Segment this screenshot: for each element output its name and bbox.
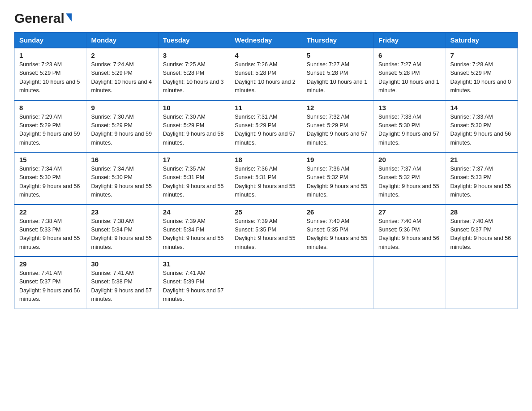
day-info: Sunrise: 7:36 AMSunset: 5:31 PMDaylight:… bbox=[235, 165, 297, 200]
day-number: 2 bbox=[91, 51, 153, 59]
page-header: General bbox=[14, 11, 518, 24]
calendar-cell: 15 Sunrise: 7:34 AMSunset: 5:30 PMDaylig… bbox=[15, 152, 86, 205]
calendar-cell bbox=[374, 257, 446, 308]
day-number: 21 bbox=[450, 156, 513, 163]
day-number: 15 bbox=[19, 156, 82, 163]
week-row-3: 15 Sunrise: 7:34 AMSunset: 5:30 PMDaylig… bbox=[15, 152, 518, 205]
day-info: Sunrise: 7:26 AMSunset: 5:28 PMDaylight:… bbox=[235, 60, 297, 95]
day-info: Sunrise: 7:39 AMSunset: 5:34 PMDaylight:… bbox=[163, 217, 225, 252]
day-info: Sunrise: 7:41 AMSunset: 5:38 PMDaylight:… bbox=[91, 269, 153, 304]
day-number: 30 bbox=[91, 260, 153, 268]
day-number: 13 bbox=[378, 104, 441, 111]
day-info: Sunrise: 7:34 AMSunset: 5:30 PMDaylight:… bbox=[91, 165, 153, 200]
day-info: Sunrise: 7:40 AMSunset: 5:35 PMDaylight:… bbox=[307, 217, 369, 252]
day-number: 14 bbox=[450, 104, 513, 111]
day-info: Sunrise: 7:35 AMSunset: 5:31 PMDaylight:… bbox=[163, 165, 225, 200]
calendar-cell: 8 Sunrise: 7:29 AMSunset: 5:29 PMDayligh… bbox=[15, 100, 86, 153]
calendar-cell: 2 Sunrise: 7:24 AMSunset: 5:29 PMDayligh… bbox=[86, 48, 158, 100]
calendar-cell: 22 Sunrise: 7:38 AMSunset: 5:33 PMDaylig… bbox=[15, 205, 86, 257]
day-number: 26 bbox=[307, 208, 369, 216]
day-info: Sunrise: 7:33 AMSunset: 5:30 PMDaylight:… bbox=[378, 113, 441, 148]
day-info: Sunrise: 7:33 AMSunset: 5:30 PMDaylight:… bbox=[450, 113, 513, 148]
day-info: Sunrise: 7:38 AMSunset: 5:34 PMDaylight:… bbox=[91, 217, 153, 252]
day-number: 4 bbox=[235, 51, 297, 59]
calendar-cell: 19 Sunrise: 7:36 AMSunset: 5:32 PMDaylig… bbox=[302, 152, 373, 205]
calendar-cell: 9 Sunrise: 7:30 AMSunset: 5:29 PMDayligh… bbox=[86, 100, 158, 153]
calendar-cell: 6 Sunrise: 7:27 AMSunset: 5:28 PMDayligh… bbox=[374, 48, 446, 100]
calendar-cell: 21 Sunrise: 7:37 AMSunset: 5:33 PMDaylig… bbox=[446, 152, 517, 205]
calendar-cell: 11 Sunrise: 7:31 AMSunset: 5:29 PMDaylig… bbox=[230, 100, 302, 153]
calendar-cell: 17 Sunrise: 7:35 AMSunset: 5:31 PMDaylig… bbox=[158, 152, 230, 205]
day-info: Sunrise: 7:41 AMSunset: 5:37 PMDaylight:… bbox=[19, 269, 82, 304]
calendar-cell: 26 Sunrise: 7:40 AMSunset: 5:35 PMDaylig… bbox=[302, 205, 373, 257]
day-info: Sunrise: 7:38 AMSunset: 5:33 PMDaylight:… bbox=[19, 217, 82, 252]
day-info: Sunrise: 7:23 AMSunset: 5:29 PMDaylight:… bbox=[19, 60, 82, 95]
day-number: 19 bbox=[307, 156, 369, 163]
day-number: 6 bbox=[378, 51, 441, 59]
calendar-cell: 18 Sunrise: 7:36 AMSunset: 5:31 PMDaylig… bbox=[230, 152, 302, 205]
calendar-cell: 16 Sunrise: 7:34 AMSunset: 5:30 PMDaylig… bbox=[86, 152, 158, 205]
day-info: Sunrise: 7:37 AMSunset: 5:32 PMDaylight:… bbox=[378, 165, 441, 200]
day-info: Sunrise: 7:29 AMSunset: 5:29 PMDaylight:… bbox=[19, 113, 82, 148]
day-info: Sunrise: 7:28 AMSunset: 5:29 PMDaylight:… bbox=[450, 60, 513, 95]
calendar-cell: 5 Sunrise: 7:27 AMSunset: 5:28 PMDayligh… bbox=[302, 48, 373, 100]
calendar-cell: 25 Sunrise: 7:39 AMSunset: 5:35 PMDaylig… bbox=[230, 205, 302, 257]
week-row-1: 1 Sunrise: 7:23 AMSunset: 5:29 PMDayligh… bbox=[15, 48, 518, 100]
calendar-cell: 24 Sunrise: 7:39 AMSunset: 5:34 PMDaylig… bbox=[158, 205, 230, 257]
day-info: Sunrise: 7:32 AMSunset: 5:29 PMDaylight:… bbox=[307, 113, 369, 148]
weekday-header-row: SundayMondayTuesdayWednesdayThursdayFrid… bbox=[15, 33, 518, 48]
day-number: 10 bbox=[163, 104, 225, 111]
calendar-cell: 23 Sunrise: 7:38 AMSunset: 5:34 PMDaylig… bbox=[86, 205, 158, 257]
day-number: 24 bbox=[163, 208, 225, 216]
calendar-cell: 27 Sunrise: 7:40 AMSunset: 5:36 PMDaylig… bbox=[374, 205, 446, 257]
day-number: 11 bbox=[235, 104, 297, 111]
day-info: Sunrise: 7:27 AMSunset: 5:28 PMDaylight:… bbox=[378, 60, 441, 95]
calendar-cell: 30 Sunrise: 7:41 AMSunset: 5:38 PMDaylig… bbox=[86, 257, 158, 308]
weekday-header-tuesday: Tuesday bbox=[158, 33, 230, 48]
weekday-header-thursday: Thursday bbox=[302, 33, 373, 48]
day-number: 17 bbox=[163, 156, 225, 163]
calendar-cell bbox=[302, 257, 373, 308]
calendar-cell bbox=[446, 257, 517, 308]
day-number: 28 bbox=[450, 208, 513, 216]
week-row-5: 29 Sunrise: 7:41 AMSunset: 5:37 PMDaylig… bbox=[15, 257, 518, 308]
calendar-cell: 1 Sunrise: 7:23 AMSunset: 5:29 PMDayligh… bbox=[15, 48, 86, 100]
day-number: 23 bbox=[91, 208, 153, 216]
day-number: 7 bbox=[450, 51, 513, 59]
logo-triangle-icon bbox=[66, 13, 72, 21]
calendar-cell: 4 Sunrise: 7:26 AMSunset: 5:28 PMDayligh… bbox=[230, 48, 302, 100]
day-info: Sunrise: 7:40 AMSunset: 5:37 PMDaylight:… bbox=[450, 217, 513, 252]
day-info: Sunrise: 7:39 AMSunset: 5:35 PMDaylight:… bbox=[235, 217, 297, 252]
day-number: 1 bbox=[19, 51, 82, 59]
day-number: 20 bbox=[378, 156, 441, 163]
day-info: Sunrise: 7:25 AMSunset: 5:28 PMDaylight:… bbox=[163, 60, 225, 95]
day-info: Sunrise: 7:36 AMSunset: 5:32 PMDaylight:… bbox=[307, 165, 369, 200]
day-number: 29 bbox=[19, 260, 82, 268]
day-number: 5 bbox=[307, 51, 369, 59]
day-number: 31 bbox=[163, 260, 225, 268]
calendar-cell: 31 Sunrise: 7:41 AMSunset: 5:39 PMDaylig… bbox=[158, 257, 230, 308]
day-number: 9 bbox=[91, 104, 153, 111]
day-info: Sunrise: 7:24 AMSunset: 5:29 PMDaylight:… bbox=[91, 60, 153, 95]
weekday-header-friday: Friday bbox=[374, 33, 446, 48]
calendar-cell: 13 Sunrise: 7:33 AMSunset: 5:30 PMDaylig… bbox=[374, 100, 446, 153]
day-number: 3 bbox=[163, 51, 225, 59]
calendar-cell: 7 Sunrise: 7:28 AMSunset: 5:29 PMDayligh… bbox=[446, 48, 517, 100]
day-info: Sunrise: 7:41 AMSunset: 5:39 PMDaylight:… bbox=[163, 269, 225, 304]
weekday-header-wednesday: Wednesday bbox=[230, 33, 302, 48]
day-number: 16 bbox=[91, 156, 153, 163]
weekday-header-saturday: Saturday bbox=[446, 33, 517, 48]
day-info: Sunrise: 7:27 AMSunset: 5:28 PMDaylight:… bbox=[307, 60, 369, 95]
calendar-cell bbox=[230, 257, 302, 308]
weekday-header-sunday: Sunday bbox=[15, 33, 86, 48]
logo: General bbox=[14, 11, 72, 24]
calendar-cell: 14 Sunrise: 7:33 AMSunset: 5:30 PMDaylig… bbox=[446, 100, 517, 153]
day-number: 18 bbox=[235, 156, 297, 163]
day-info: Sunrise: 7:34 AMSunset: 5:30 PMDaylight:… bbox=[19, 165, 82, 200]
calendar-cell: 29 Sunrise: 7:41 AMSunset: 5:37 PMDaylig… bbox=[15, 257, 86, 308]
day-info: Sunrise: 7:31 AMSunset: 5:29 PMDaylight:… bbox=[235, 113, 297, 148]
calendar-table: SundayMondayTuesdayWednesdayThursdayFrid… bbox=[14, 32, 518, 309]
day-info: Sunrise: 7:30 AMSunset: 5:29 PMDaylight:… bbox=[91, 113, 153, 148]
calendar-cell: 12 Sunrise: 7:32 AMSunset: 5:29 PMDaylig… bbox=[302, 100, 373, 153]
day-number: 8 bbox=[19, 104, 82, 111]
